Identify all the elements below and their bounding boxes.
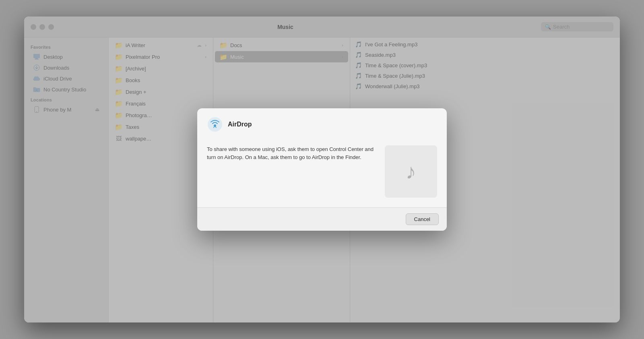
- airdrop-overlay: AirDrop To share with someone using iOS,…: [24, 17, 620, 322]
- airdrop-body: To share with someone using iOS, ask the…: [197, 139, 447, 207]
- airdrop-description: To share with someone using iOS, ask the…: [207, 145, 377, 161]
- airdrop-dialog: AirDrop To share with someone using iOS,…: [197, 108, 447, 231]
- airdrop-icon: [207, 116, 223, 132]
- cancel-button[interactable]: Cancel: [406, 213, 439, 225]
- finder-window: Music 🔍 Search Favorites Desktop: [24, 17, 620, 322]
- airdrop-header: AirDrop: [197, 108, 447, 139]
- airdrop-footer: Cancel: [197, 207, 447, 231]
- airdrop-preview: ♪: [385, 145, 437, 198]
- airdrop-title: AirDrop: [228, 121, 252, 128]
- music-note-icon: ♪: [406, 159, 416, 184]
